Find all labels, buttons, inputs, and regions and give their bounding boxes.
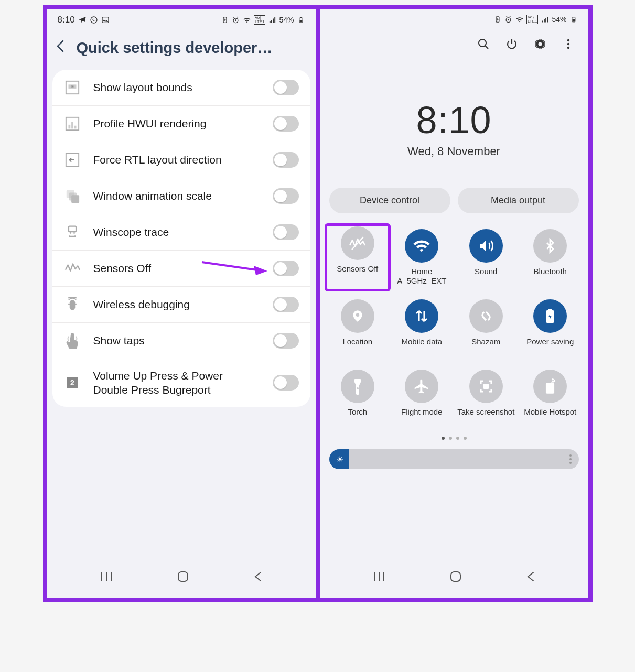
volte-icon: Vo)LTE1 <box>526 15 539 24</box>
search-icon[interactable] <box>477 38 490 53</box>
bluetooth-icon <box>533 229 567 263</box>
panel-time: 8:10 <box>320 99 588 142</box>
tile-wifi[interactable]: Home A_5GHz_EXT <box>391 226 453 289</box>
home-button[interactable] <box>449 570 462 585</box>
tile-sensors-off[interactable]: Sensors Off <box>325 223 391 291</box>
setting-sensors-off[interactable]: Sensors Off <box>52 251 310 287</box>
svg-rect-11 <box>68 125 70 129</box>
tile-label: Sensors Off <box>337 264 378 283</box>
alarm-icon <box>504 15 513 24</box>
svg-point-9 <box>71 85 73 88</box>
tile-label: Bluetooth <box>534 267 567 286</box>
telegram-icon <box>78 16 87 24</box>
layout-bounds-icon <box>64 79 81 96</box>
hotspot-icon <box>533 370 567 403</box>
tile-label: Power saving <box>526 337 574 356</box>
svg-point-45 <box>357 387 359 389</box>
svg-text:2: 2 <box>70 378 74 387</box>
tile-label: Shazam <box>471 337 500 356</box>
setting-window-animation[interactable]: Window animation scale <box>52 178 310 214</box>
power-icon[interactable] <box>505 38 518 53</box>
toggle[interactable] <box>273 261 299 276</box>
setting-label: Wireless debugging <box>93 297 260 311</box>
tile-hotspot[interactable]: Mobile Hotspot <box>520 366 581 429</box>
media-output-button[interactable]: Media output <box>458 188 579 213</box>
toggle[interactable] <box>273 297 299 312</box>
slider-menu-icon[interactable] <box>569 454 572 464</box>
svg-rect-13 <box>74 126 76 129</box>
clock: 8:10 Wed, 8 November <box>320 99 588 158</box>
image-icon <box>101 16 110 24</box>
brightness-slider[interactable]: ☀ <box>329 449 579 469</box>
svg-point-40 <box>567 47 569 49</box>
wifi-icon <box>515 15 524 24</box>
tile-screenshot[interactable]: Take screenshot <box>456 366 517 429</box>
bugreport-icon: 2 <box>64 374 81 391</box>
more-icon[interactable] <box>562 38 575 53</box>
tile-label: Home A_5GHz_EXT <box>392 267 451 286</box>
battery-saver-icon <box>221 16 229 24</box>
svg-rect-33 <box>572 19 575 22</box>
setting-show-taps[interactable]: Show taps <box>52 323 310 359</box>
svg-rect-5 <box>300 17 302 18</box>
torch-icon <box>341 370 374 403</box>
setting-wireless-debugging[interactable]: Wireless debugging <box>52 287 310 323</box>
battery-saver-icon <box>493 15 502 24</box>
taps-icon <box>64 332 81 349</box>
toggle[interactable] <box>273 188 299 204</box>
toggle[interactable] <box>273 80 299 95</box>
hwui-icon <box>64 115 81 132</box>
location-icon <box>341 299 374 333</box>
nav-bar <box>47 560 316 598</box>
tile-flight-mode[interactable]: Flight mode <box>391 366 453 429</box>
tile-sound[interactable]: Sound <box>456 226 517 289</box>
setting-label: Profile HWUI rendering <box>93 116 260 131</box>
svg-line-21 <box>68 304 70 305</box>
nav-bar <box>320 560 588 598</box>
back-button[interactable] <box>56 39 65 57</box>
tile-power-saving[interactable]: Power saving <box>520 296 581 359</box>
svg-point-34 <box>479 39 486 47</box>
winscope-icon <box>64 224 81 241</box>
svg-point-38 <box>567 39 569 41</box>
tile-label: Flight mode <box>401 407 442 426</box>
toggle[interactable] <box>273 116 299 132</box>
recents-button[interactable] <box>100 571 113 584</box>
svg-rect-28 <box>178 572 188 581</box>
sensors-off-icon <box>341 226 374 260</box>
tile-mobile-data[interactable]: Mobile data <box>391 296 453 359</box>
toggle[interactable] <box>273 152 299 168</box>
toggle[interactable] <box>273 333 299 349</box>
panel-date: Wed, 8 November <box>320 145 588 158</box>
toggle[interactable] <box>273 224 299 240</box>
wifi-icon <box>243 16 251 24</box>
setting-force-rtl[interactable]: Force RTL layout direction <box>52 142 310 178</box>
tile-torch[interactable]: Torch <box>327 366 389 429</box>
setting-profile-hwui[interactable]: Profile HWUI rendering <box>52 106 310 142</box>
setting-label: Sensors Off <box>93 261 260 275</box>
back-nav-button[interactable] <box>526 570 535 585</box>
mobile-data-icon <box>405 299 438 333</box>
tile-location[interactable]: Location <box>327 296 389 359</box>
setting-bugreport[interactable]: 2 Volume Up Press & Power Double Press B… <box>52 359 310 407</box>
device-control-button[interactable]: Device control <box>329 188 450 213</box>
setting-show-layout-bounds[interactable]: Show layout bounds <box>52 70 310 106</box>
svg-point-48 <box>552 382 553 383</box>
toggle[interactable] <box>273 375 299 391</box>
gear-icon[interactable] <box>534 38 546 53</box>
back-nav-button[interactable] <box>253 570 263 585</box>
tile-label: Torch <box>348 407 367 426</box>
status-time: 8:10 <box>58 15 75 25</box>
page-title: Quick settings developer… <box>77 39 273 57</box>
setting-label: Window animation scale <box>93 189 260 203</box>
battery-icon <box>569 15 578 24</box>
svg-rect-43 <box>548 309 552 310</box>
tile-bluetooth[interactable]: Bluetooth <box>520 226 581 289</box>
rtl-icon <box>64 151 81 168</box>
recents-button[interactable] <box>373 571 385 584</box>
setting-winscope[interactable]: Winscope trace <box>52 214 310 251</box>
setting-label: Show taps <box>93 333 260 348</box>
tile-shazam[interactable]: Shazam <box>456 296 517 359</box>
home-button[interactable] <box>177 570 189 585</box>
svg-rect-47 <box>546 383 554 394</box>
